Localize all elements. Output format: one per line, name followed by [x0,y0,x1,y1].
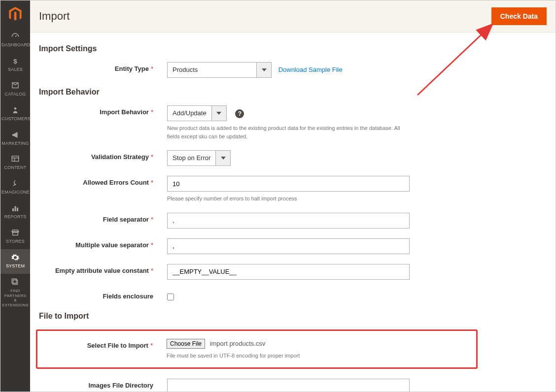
dropdown-arrow-icon[interactable] [215,151,230,165]
sidebar-item-system[interactable]: SYSTEM [0,249,30,274]
sidebar-item-dashboard[interactable]: DASHBOARD [0,28,30,53]
select-file-highlight: Select File to Import* Choose File impor… [36,329,478,369]
sidebar-item-emagicone[interactable]: EMAGICONE [0,175,30,200]
validation-strategy-select[interactable]: Stop on Error [167,150,231,166]
import-behavior-value: Add/Update [168,106,211,121]
label-select-file: Select File to Import* [44,339,167,349]
svg-text:$: $ [13,57,17,65]
section-file-to-import: File to Import [39,312,547,321]
sidebar-label: STORES [1,239,29,244]
section-import-behavior: Import Behavior [39,88,547,97]
sidebar-item-partners[interactable]: FIND PARTNERS & EXTENSIONS [0,274,30,312]
sidebar-item-sales[interactable]: $ SALES [0,53,30,77]
sidebar-item-stores[interactable]: STORES [0,225,30,249]
label-fields-enclosure: Fields enclosure [39,290,167,300]
sidebar-item-content[interactable]: CONTENT [0,151,30,175]
selected-file-name: import products.csv [210,340,266,347]
dropdown-arrow-icon[interactable] [211,106,226,121]
sidebar-label: SYSTEM [1,264,29,269]
magento-logo[interactable] [0,0,30,28]
entity-type-select[interactable]: Products [167,62,272,78]
select-file-hint: File must be saved in UTF-8 encoding for… [167,352,413,360]
svg-point-6 [15,184,16,185]
allowed-errors-hint: Please specify number of errors to halt … [167,195,414,203]
sidebar-label: DASHBOARD [1,43,29,48]
sidebar-item-catalog[interactable]: CATALOG [0,77,30,102]
svg-rect-7 [12,208,14,211]
label-allowed-errors: Allowed Errors Count* [39,176,167,186]
sidebar-label: CONTENT [1,165,29,170]
section-import-settings: Import Settings [39,44,547,53]
sidebar-label: MARKETING [1,141,29,146]
page-title: Import [39,10,70,23]
images-dir-input[interactable] [167,379,410,392]
choose-file-button[interactable]: Choose File [167,339,205,349]
page-header: Import Check Data [30,0,556,33]
sidebar-item-customers[interactable]: CUSTOMERS [0,102,30,127]
sidebar-label: CUSTOMERS [1,117,29,122]
label-field-separator: Field separator* [39,213,167,223]
sidebar-label: SALES [1,67,29,72]
svg-rect-10 [13,280,18,284]
entity-type-value: Products [168,63,256,77]
admin-sidebar: DASHBOARD $ SALES CATALOG CUSTOMERS MARK… [0,0,30,392]
check-data-button[interactable]: Check Data [491,7,547,25]
multi-separator-input[interactable] [167,238,410,254]
sidebar-item-reports[interactable]: REPORTS [0,200,30,225]
sidebar-label: REPORTS [1,215,29,220]
label-entity-type: Entity Type* [39,62,167,72]
svg-rect-11 [12,279,16,283]
label-validation-strategy: Validation Strategy* [39,150,167,161]
sidebar-label: FIND PARTNERS & EXTENSIONS [1,289,29,307]
svg-rect-9 [17,208,18,212]
label-import-behavior: Import Behavior* [39,105,167,116]
content-area: Import Settings Entity Type* Products Do… [30,33,556,392]
field-separator-input[interactable] [167,213,410,229]
download-sample-link[interactable]: Download Sample File [278,66,343,73]
svg-rect-3 [12,156,19,162]
empty-const-input[interactable] [167,264,410,280]
fields-enclosure-checkbox[interactable] [167,294,174,300]
import-behavior-hint: New product data is added to the existin… [167,124,414,140]
label-empty-const: Empty attribute value constant* [39,264,167,274]
svg-point-2 [14,107,17,110]
dropdown-arrow-icon[interactable] [256,63,271,77]
svg-rect-8 [15,206,16,212]
sidebar-item-marketing[interactable]: MARKETING [0,127,30,151]
validation-strategy-value: Stop on Error [168,151,215,165]
help-icon[interactable]: ? [235,109,244,118]
label-images-dir: Images File Directory [39,379,167,389]
sidebar-label: EMAGICONE [1,190,29,195]
sidebar-label: CATALOG [1,92,29,97]
import-behavior-select[interactable]: Add/Update [167,105,227,121]
label-multi-separator: Multiple value separator* [39,238,167,249]
allowed-errors-input[interactable] [167,176,410,192]
